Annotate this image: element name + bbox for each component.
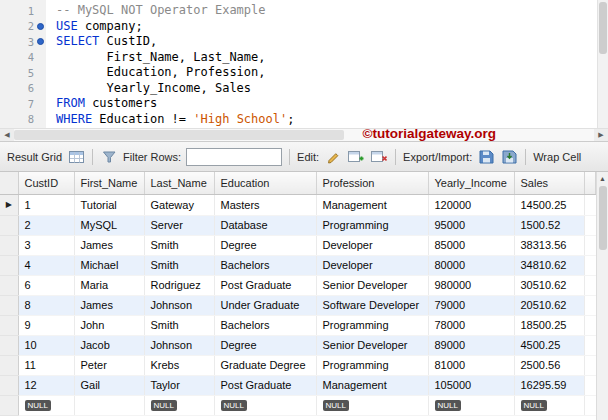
grid-cell[interactable]: 10: [18, 335, 74, 355]
table-row[interactable]: 8JamesJohnsonUnder GraduateSoftware Deve…: [0, 295, 596, 315]
grid-cell[interactable]: Tutorial: [74, 194, 144, 215]
grid-cell[interactable]: NULL: [514, 395, 584, 415]
row-header[interactable]: [0, 355, 18, 375]
table-row[interactable]: 12GailTaylorPost GraduateManagement10500…: [0, 375, 596, 395]
code-line[interactable]: WHERE Education != 'High School';: [56, 112, 608, 128]
grid-cell[interactable]: James: [74, 295, 144, 315]
row-header[interactable]: [0, 235, 18, 255]
grid-cell[interactable]: Developer: [316, 255, 428, 275]
row-header[interactable]: [0, 395, 18, 415]
grid-cell[interactable]: 80000: [428, 255, 514, 275]
grid-cell[interactable]: 4500.25: [514, 335, 584, 355]
row-header[interactable]: ▶: [0, 194, 18, 215]
row-header[interactable]: [0, 375, 18, 395]
grid-cell[interactable]: Post Graduate: [214, 275, 316, 295]
filter-rows-input[interactable]: [186, 148, 282, 166]
scroll-up-arrow-icon[interactable]: ▲: [597, 172, 608, 185]
row-header[interactable]: [0, 335, 18, 355]
grid-cell[interactable]: Senior Developer: [316, 275, 428, 295]
grid-cell[interactable]: 6: [18, 275, 74, 295]
grid-cell[interactable]: Michael: [74, 255, 144, 275]
grid-cell[interactable]: 38313.56: [514, 235, 584, 255]
grid-cell[interactable]: MySQL: [74, 215, 144, 235]
grid-cell[interactable]: Bachelors: [214, 255, 316, 275]
insert-row-icon[interactable]: [347, 148, 365, 165]
column-header[interactable]: First_Name: [74, 172, 144, 194]
table-row[interactable]: 6MariaRodriguezPost GraduateSenior Devel…: [0, 275, 596, 295]
grid-cell[interactable]: [74, 395, 144, 415]
table-row[interactable]: 2MySQLServerDatabaseProgramming950001500…: [0, 215, 596, 235]
row-header[interactable]: [0, 275, 18, 295]
grid-cell[interactable]: 79000: [428, 295, 514, 315]
grid-cell[interactable]: John: [74, 315, 144, 335]
grid-cell[interactable]: Under Graduate: [214, 295, 316, 315]
grid-cell[interactable]: NULL: [316, 395, 428, 415]
grid-cell[interactable]: Senior Developer: [316, 335, 428, 355]
scrollbar-track[interactable]: ©tutorialgateway.org: [14, 129, 594, 141]
row-header[interactable]: [0, 215, 18, 235]
grid-cell[interactable]: Software Developer: [316, 295, 428, 315]
code-line[interactable]: SELECT CustID,: [56, 34, 608, 50]
column-header[interactable]: CustID: [18, 172, 74, 194]
grid-cell[interactable]: 8: [18, 295, 74, 315]
table-row[interactable]: 10JacobJohnsonDegreeSenior Developer8900…: [0, 335, 596, 355]
table-row[interactable]: ▶1TutorialGatewayMastersManagement120000…: [0, 194, 596, 215]
grid-cell[interactable]: 105000: [428, 375, 514, 395]
grid-cell[interactable]: 30510.62: [514, 275, 584, 295]
grid-cell[interactable]: 1500.52: [514, 215, 584, 235]
grid-cell[interactable]: Management: [316, 194, 428, 215]
grid-cell[interactable]: Degree: [214, 335, 316, 355]
table-row[interactable]: 11PeterKrebsGraduate DegreeProgramming81…: [0, 355, 596, 375]
grid-cell[interactable]: 120000: [428, 194, 514, 215]
grid-cell[interactable]: 1: [18, 194, 74, 215]
grid-cell[interactable]: Server: [144, 215, 214, 235]
grid-cell[interactable]: Smith: [144, 255, 214, 275]
code-line[interactable]: USE company;: [56, 19, 608, 35]
grid-cell[interactable]: Smith: [144, 235, 214, 255]
grid-cell[interactable]: Post Graduate: [214, 375, 316, 395]
column-header[interactable]: Sales: [514, 172, 584, 194]
grid-cell[interactable]: Jacob: [74, 335, 144, 355]
grid-cell[interactable]: Programming: [316, 315, 428, 335]
grid-cell[interactable]: 4: [18, 255, 74, 275]
editor-horizontal-scrollbar[interactable]: ◀ ©tutorialgateway.org ▶: [0, 128, 608, 142]
grid-cell[interactable]: Programming: [316, 355, 428, 375]
grid-cell[interactable]: Degree: [214, 235, 316, 255]
grid-cell[interactable]: 18500.25: [514, 315, 584, 335]
grid-cell[interactable]: 2: [18, 215, 74, 235]
grid-cell[interactable]: Taylor: [144, 375, 214, 395]
grid-cell[interactable]: 81000: [428, 355, 514, 375]
grid-cell[interactable]: Database: [214, 215, 316, 235]
grid-cell[interactable]: Programming: [316, 215, 428, 235]
grid-cell[interactable]: Gail: [74, 375, 144, 395]
grid-cell[interactable]: NULL: [144, 395, 214, 415]
grid-cell[interactable]: 12: [18, 375, 74, 395]
append-row[interactable]: NULLNULLNULLNULLNULLNULL: [0, 395, 596, 415]
grid-cell[interactable]: James: [74, 235, 144, 255]
code-line[interactable]: First_Name, Last_Name,: [56, 50, 608, 66]
grid-cell[interactable]: 34810.62: [514, 255, 584, 275]
result-grid-icon[interactable]: [67, 148, 85, 165]
grid-cell[interactable]: NULL: [214, 395, 316, 415]
column-header[interactable]: Last_Name: [144, 172, 214, 194]
grid-cell[interactable]: Developer: [316, 235, 428, 255]
grid-cell[interactable]: 11: [18, 355, 74, 375]
grid-cell[interactable]: Smith: [144, 315, 214, 335]
code-line[interactable]: -- MySQL NOT Operator Example: [56, 3, 608, 19]
grid-cell[interactable]: NULL: [18, 395, 74, 415]
column-header[interactable]: Yearly_Income: [428, 172, 514, 194]
scrollbar-thumb[interactable]: [599, 186, 607, 250]
grid-cell[interactable]: 85000: [428, 235, 514, 255]
grid-cell[interactable]: 78000: [428, 315, 514, 335]
grid-cell[interactable]: Maria: [74, 275, 144, 295]
grid-cell[interactable]: Johnson: [144, 295, 214, 315]
grid-cell[interactable]: Rodriguez: [144, 275, 214, 295]
row-header[interactable]: [0, 255, 18, 275]
table-row[interactable]: 9JohnSmithBachelorsProgramming7800018500…: [0, 315, 596, 335]
code-line[interactable]: Yearly_Income, Sales: [56, 81, 608, 97]
code-area[interactable]: -- MySQL NOT Operator ExampleUSE company…: [46, 0, 608, 128]
table-row[interactable]: 4MichaelSmithBachelorsDeveloper800003481…: [0, 255, 596, 275]
grid-cell[interactable]: Masters: [214, 194, 316, 215]
row-header[interactable]: [0, 315, 18, 335]
scroll-left-arrow-icon[interactable]: ◀: [0, 129, 14, 141]
